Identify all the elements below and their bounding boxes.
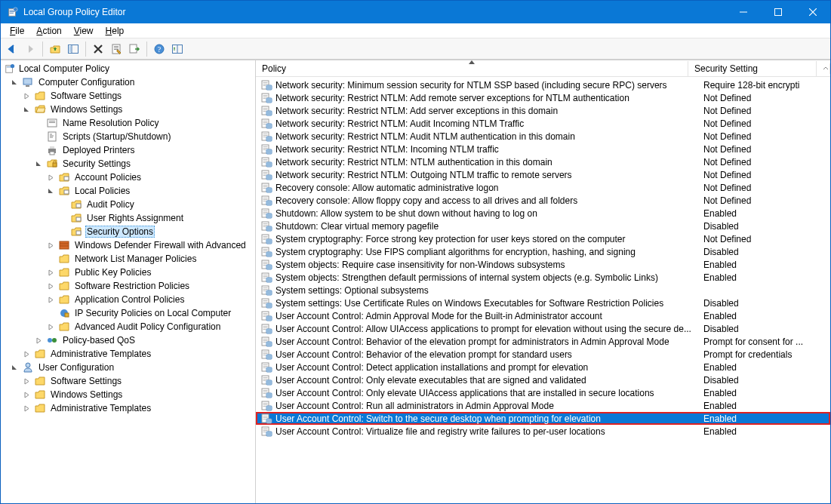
- maximize-button[interactable]: [761, 1, 796, 23]
- policy-row[interactable]: User Account Control: Behavior of the el…: [256, 335, 830, 348]
- policy-row[interactable]: User Account Control: Behavior of the el…: [256, 348, 830, 361]
- tree-item-name-resolution[interactable]: Name Resolution Policy: [1, 116, 256, 130]
- tree-item-user-rights[interactable]: User Rights Assignment: [1, 211, 256, 225]
- tree-label: Computer Configuration: [37, 77, 136, 88]
- expander-closed-icon[interactable]: [22, 349, 31, 358]
- expander-closed-icon[interactable]: [46, 322, 55, 331]
- tree-item-public-key[interactable]: Public Key Policies: [1, 266, 256, 279]
- toolbar-separator: [146, 41, 147, 57]
- policy-row[interactable]: System cryptography: Force strong key pr…: [256, 232, 830, 245]
- minimize-button[interactable]: [726, 1, 761, 23]
- policy-row[interactable]: System settings: Optional subsystems: [256, 284, 830, 297]
- policy-row[interactable]: Network security: Restrict NTLM: Add rem…: [256, 91, 830, 104]
- tree-item-advanced-audit[interactable]: Advanced Audit Policy Configuration: [1, 320, 256, 333]
- policy-row[interactable]: User Account Control: Detect application…: [256, 361, 830, 373]
- policy-row[interactable]: Network security: Restrict NTLM: Incomin…: [256, 143, 830, 155]
- expander-open-icon[interactable]: [34, 159, 43, 168]
- policy-row[interactable]: Recovery console: Allow automatic admini…: [256, 181, 830, 194]
- expander-closed-icon[interactable]: [46, 295, 55, 304]
- folder-icon: [58, 253, 70, 265]
- tree-item-scripts[interactable]: Scripts (Startup/Shutdown): [1, 130, 256, 143]
- tree-item-security-options[interactable]: Security Options: [1, 225, 256, 238]
- tree-item-user-configuration[interactable]: User Configuration: [1, 361, 256, 374]
- policy-row[interactable]: System cryptography: Use FIPS compliant …: [256, 245, 830, 258]
- expander-closed-icon[interactable]: [46, 281, 55, 290]
- expander-open-icon[interactable]: [10, 78, 19, 87]
- tree-item-security-settings[interactable]: Security Settings: [1, 157, 256, 171]
- svg-rect-62: [263, 111, 266, 112]
- tree-item-local-policies[interactable]: Local Policies: [1, 184, 256, 198]
- export-list-button[interactable]: [126, 41, 143, 57]
- tree-item-qos[interactable]: Policy-based QoS: [1, 333, 256, 347]
- policy-row[interactable]: User Account Control: Virtualize file an…: [256, 425, 830, 438]
- policy-item-icon: [260, 118, 272, 130]
- help-button[interactable]: ?: [151, 41, 168, 57]
- expander-open-icon[interactable]: [10, 363, 19, 372]
- close-button[interactable]: [796, 1, 830, 23]
- tree-item-application-control[interactable]: Application Control Policies: [1, 293, 256, 306]
- policy-row[interactable]: User Account Control: Only elevate UIAcc…: [256, 386, 830, 399]
- expander-closed-icon[interactable]: [22, 91, 31, 100]
- tree-root[interactable]: Local Computer Policy: [1, 62, 256, 75]
- properties-button[interactable]: [108, 41, 125, 57]
- expander-closed-icon[interactable]: [22, 376, 31, 386]
- menu-file[interactable]: File: [4, 24, 30, 38]
- policy-row[interactable]: User Account Control: Only elevate execu…: [256, 373, 830, 386]
- tree-item-wdf[interactable]: Windows Defender Firewall with Advanced: [1, 238, 256, 252]
- expander-closed-icon[interactable]: [46, 268, 55, 277]
- tree-item-u-admin-templates[interactable]: Administrative Templates: [1, 401, 256, 415]
- svg-rect-105: [266, 188, 272, 192]
- policy-row[interactable]: System objects: Strengthen default permi…: [256, 271, 830, 284]
- policy-row[interactable]: Network security: Restrict NTLM: NTLM au…: [256, 155, 830, 168]
- policy-row[interactable]: Network security: Minimum session securi…: [256, 78, 830, 91]
- tree-item-u-windows-settings[interactable]: Windows Settings: [1, 388, 256, 401]
- show-hide-tree-button[interactable]: [65, 41, 82, 57]
- svg-rect-51: [267, 88, 271, 88]
- column-header-policy[interactable]: Policy: [256, 61, 688, 76]
- tree-item-audit-policy[interactable]: Audit Policy: [1, 198, 256, 211]
- policy-row[interactable]: Network security: Restrict NTLM: Outgoin…: [256, 168, 830, 181]
- policy-row[interactable]: User Account Control: Admin Approval Mod…: [256, 309, 830, 322]
- expander-open-icon[interactable]: [22, 105, 31, 114]
- policy-row[interactable]: Recovery console: Allow floppy copy and …: [256, 194, 830, 207]
- policy-row[interactable]: Network security: Restrict NTLM: Audit I…: [256, 117, 830, 130]
- policy-row[interactable]: System settings: Use Certificate Rules o…: [256, 297, 830, 309]
- expander-closed-icon[interactable]: [22, 404, 31, 413]
- policy-row[interactable]: Network security: Restrict NTLM: Add ser…: [256, 104, 830, 117]
- policy-row[interactable]: System objects: Require case insensitivi…: [256, 258, 830, 271]
- tree-item-computer-configuration[interactable]: Computer Configuration: [1, 75, 256, 89]
- column-header-setting[interactable]: Security Setting: [688, 61, 817, 76]
- policy-row[interactable]: User Account Control: Allow UIAccess app…: [256, 322, 830, 335]
- policy-row[interactable]: User Account Control: Switch to the secu…: [256, 412, 830, 425]
- policy-row[interactable]: User Account Control: Run all administra…: [256, 399, 830, 412]
- policy-row[interactable]: Shutdown: Allow system to be shut down w…: [256, 207, 830, 220]
- tree-item-windows-settings[interactable]: Windows Settings: [1, 103, 256, 116]
- forward-button[interactable]: [22, 41, 38, 57]
- policy-setting: Not Defined: [703, 234, 830, 244]
- tree-item-admin-templates[interactable]: Administrative Templates: [1, 347, 256, 361]
- tree-item-ipsec[interactable]: IP Security Policies on Local Computer: [1, 306, 256, 320]
- expander-closed-icon[interactable]: [46, 241, 55, 250]
- tree-item-account-policies[interactable]: Account Policies: [1, 171, 256, 184]
- tree-item-software-restriction[interactable]: Software Restriction Policies: [1, 279, 256, 293]
- svg-rect-166: [263, 302, 268, 303]
- back-button[interactable]: [4, 41, 20, 57]
- expander-open-icon[interactable]: [46, 186, 55, 195]
- menu-view[interactable]: View: [68, 24, 100, 38]
- policy-row[interactable]: Network security: Restrict NTLM: Audit N…: [256, 130, 830, 143]
- policy-row[interactable]: Shutdown: Clear virtual memory pagefileD…: [256, 220, 830, 232]
- up-button[interactable]: [47, 41, 63, 57]
- expander-closed-icon[interactable]: [22, 390, 31, 399]
- tree-item-u-software-settings[interactable]: Software Settings: [1, 374, 256, 388]
- tree-item-deployed-printers[interactable]: Deployed Printers: [1, 143, 256, 157]
- menu-help[interactable]: Help: [100, 24, 131, 38]
- delete-button[interactable]: [90, 41, 106, 57]
- expander-closed-icon[interactable]: [46, 173, 55, 182]
- tree-item-nlm[interactable]: Network List Manager Policies: [1, 252, 256, 266]
- policy-list-body[interactable]: Network security: Minimum session securi…: [256, 77, 830, 503]
- tree-item-software-settings[interactable]: Software Settings: [1, 89, 256, 103]
- expander-closed-icon[interactable]: [34, 336, 43, 345]
- menu-action[interactable]: Action: [30, 24, 67, 38]
- refresh-button[interactable]: [169, 41, 186, 57]
- console-tree[interactable]: Local Computer Policy Computer Configura…: [1, 60, 256, 503]
